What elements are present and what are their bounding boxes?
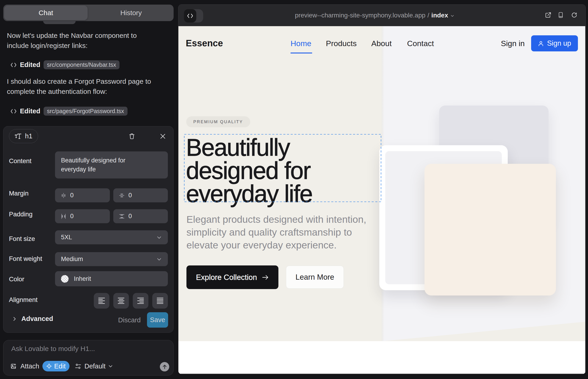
- color-label: Color: [9, 276, 24, 283]
- tab-chat-label: Chat: [39, 9, 53, 17]
- refresh-icon[interactable]: [572, 12, 577, 18]
- element-tag-label: h1: [25, 132, 32, 140]
- learn-more-label: Learn More: [296, 273, 334, 282]
- margin-x-input[interactable]: 0: [55, 188, 110, 202]
- color-field[interactable]: Inherit: [55, 271, 168, 286]
- color-value: Inherit: [74, 275, 91, 283]
- margin-x-value: 0: [70, 192, 74, 199]
- content-textarea-line: Beautifully designed for: [61, 156, 162, 165]
- chat-message-line: include login/register links:: [7, 41, 137, 51]
- code-icon: [11, 63, 16, 67]
- close-panel-icon[interactable]: [160, 134, 166, 139]
- nav-contact[interactable]: Contact: [407, 39, 434, 48]
- hero-paragraph-line: Elegant products designed with intention…: [186, 213, 366, 226]
- font-weight-select[interactable]: Medium: [55, 252, 168, 266]
- composer-toolbar: Attach Edit Default: [11, 360, 169, 372]
- edit-mode-pill[interactable]: Edit: [42, 361, 69, 371]
- font-size-select[interactable]: 5XL: [55, 230, 168, 244]
- toggle-knob: [184, 9, 196, 22]
- edited-file-chip[interactable]: src/components/Navbar.tsx: [44, 60, 120, 69]
- chat-message-line: I should also create a Forgot Password p…: [7, 76, 151, 86]
- align-right-button[interactable]: [133, 293, 148, 309]
- signup-button[interactable]: Sign up: [531, 35, 578, 51]
- padding-label: Padding: [9, 211, 32, 218]
- nav-products[interactable]: Products: [326, 39, 356, 48]
- composer-placeholder[interactable]: Ask Lovable to modify H1...: [11, 345, 95, 353]
- send-button[interactable]: [160, 362, 169, 371]
- open-external-icon[interactable]: [545, 12, 551, 18]
- url-separator: /: [428, 12, 429, 19]
- edited-file-row: Edited src/pages/ForgotPassword.tsx: [11, 107, 127, 116]
- content-textarea-line: everyday life: [61, 165, 162, 174]
- font-weight-value: Medium: [61, 255, 83, 263]
- align-justify-button[interactable]: [152, 293, 168, 309]
- chat-message: I should also create a Forgot Password p…: [7, 76, 151, 96]
- next-section-band: [178, 341, 585, 374]
- align-center-button[interactable]: [113, 293, 129, 309]
- site-logo[interactable]: Essence: [186, 38, 223, 48]
- padding-y-input[interactable]: 0: [113, 209, 168, 223]
- align-justify-icon: [157, 297, 164, 304]
- edited-file-chip[interactable]: src/pages/ForgotPassword.tsx: [44, 107, 127, 116]
- attach-button[interactable]: Attach: [20, 363, 39, 370]
- chat-composer[interactable]: Ask Lovable to modify H1... Attach Edit …: [3, 340, 174, 376]
- padding-x-input[interactable]: 0: [55, 209, 110, 223]
- delete-element-icon[interactable]: [129, 133, 135, 139]
- locate-icon: [46, 363, 52, 369]
- sidebar-tab-bar: Chat History: [3, 5, 174, 21]
- edited-label: Edited: [20, 61, 40, 69]
- element-editor-panel: h1 Content Beautifully designed for ever…: [3, 126, 174, 333]
- tab-chat[interactable]: Chat: [4, 5, 88, 20]
- align-left-icon: [98, 297, 105, 304]
- chat-message: Now let's update the Navbar component to…: [7, 31, 137, 51]
- user-icon: [538, 40, 544, 47]
- save-button[interactable]: Save: [147, 312, 168, 328]
- margin-y-input[interactable]: 0: [113, 188, 168, 202]
- chat-message-line: Now let's update the Navbar component to: [7, 31, 137, 41]
- discard-button[interactable]: Discard: [118, 316, 140, 324]
- code-preview-toggle[interactable]: [184, 9, 203, 22]
- signin-link[interactable]: Sign in: [501, 39, 525, 48]
- smartphone-icon[interactable]: [558, 12, 563, 18]
- arrow-up-icon: [162, 364, 167, 369]
- code-icon: [187, 14, 193, 18]
- align-left-button[interactable]: [94, 293, 109, 309]
- selection-outline: [184, 134, 381, 202]
- nav-about[interactable]: About: [371, 39, 392, 48]
- nav-home[interactable]: Home: [291, 39, 311, 48]
- content-label: Content: [9, 157, 31, 165]
- padding-y-value: 0: [128, 213, 132, 220]
- tab-history-label: History: [120, 9, 142, 17]
- chevron-down-icon: [450, 14, 455, 18]
- chevron-down-icon: [156, 235, 162, 240]
- hero-paragraph: Elegant products designed with intention…: [186, 213, 366, 252]
- hero-paragraph-line: simplicity and quality craftsmanship to: [186, 226, 366, 238]
- explore-collection-label: Explore Collection: [196, 273, 257, 282]
- margin-y-value: 0: [128, 192, 132, 199]
- advanced-toggle[interactable]: Advanced: [12, 315, 53, 323]
- hero-badge: PREMIUM QUALITY: [186, 116, 250, 127]
- builder-sidebar: Chat History Now let's update the Navbar…: [0, 0, 177, 379]
- margin-y-icon: [119, 193, 124, 198]
- content-textarea[interactable]: Beautifully designed for everyday life: [55, 151, 168, 178]
- font-size-label: Font size: [9, 235, 35, 242]
- explore-collection-button[interactable]: Explore Collection: [186, 266, 279, 289]
- font-size-value: 5XL: [61, 234, 72, 241]
- arrow-right-icon: [262, 274, 269, 281]
- decor-card-cream: [424, 164, 556, 296]
- edit-mode-label: Edit: [54, 363, 66, 370]
- url-page: index: [431, 12, 448, 19]
- image-plus-icon: [11, 363, 16, 369]
- padding-x-value: 0: [70, 213, 74, 220]
- url-bar[interactable]: preview--charming-site-symphony.lovable.…: [295, 5, 455, 26]
- element-tag-badge: h1: [9, 129, 38, 143]
- code-icon: [11, 109, 16, 113]
- browser-chrome-bar: preview--charming-site-symphony.lovable.…: [178, 5, 586, 26]
- advanced-label: Advanced: [21, 315, 53, 323]
- color-swatch-transparent: [61, 275, 69, 283]
- align-right-icon: [137, 297, 144, 304]
- tab-history[interactable]: History: [89, 5, 174, 21]
- margin-label: Margin: [9, 190, 29, 197]
- mode-select[interactable]: Default: [84, 363, 106, 370]
- learn-more-button[interactable]: Learn More: [286, 266, 344, 289]
